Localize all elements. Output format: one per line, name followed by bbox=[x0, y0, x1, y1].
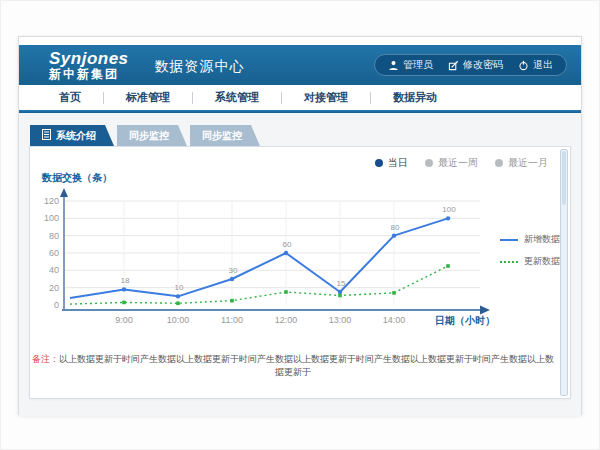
radio-last-week[interactable]: 最近一周 bbox=[425, 156, 478, 170]
svg-text:0: 0 bbox=[54, 300, 59, 310]
legend-item-new-data: 新增数据 bbox=[500, 233, 566, 246]
svg-text:80: 80 bbox=[49, 231, 59, 241]
radio-dot-icon bbox=[425, 159, 433, 167]
nav-separator bbox=[281, 92, 282, 104]
nav-item-interface-mgmt[interactable]: 对接管理 bbox=[298, 90, 354, 105]
footnote-text: 以上数据更新于时间产生数据以上数据更新于时间产生数据以上数据更新于时间产生数据以… bbox=[59, 354, 554, 377]
page-title: 数据资源中心 bbox=[155, 54, 245, 76]
current-user-label: 管理员 bbox=[403, 58, 433, 72]
svg-text:日期（小时）: 日期（小时） bbox=[435, 315, 495, 326]
nav-separator bbox=[103, 92, 104, 104]
change-password-label: 修改密码 bbox=[463, 58, 503, 72]
footnote-label: 备注： bbox=[32, 354, 59, 364]
tab-label: 同步监控 bbox=[129, 129, 169, 143]
nav-item-standard-mgmt[interactable]: 标准管理 bbox=[120, 90, 176, 105]
legend-item-update-data: 更新数据 bbox=[500, 255, 566, 268]
brand-logo-cn: 新中新集团 bbox=[49, 68, 129, 81]
tab-system-intro[interactable]: 系统介绍 bbox=[30, 125, 114, 146]
content-panel: 当日 最近一周 最近一月 数据交换（条） 0204060801001209:00… bbox=[29, 146, 571, 399]
screenshot-stage: Synjones 新中新集团 数据资源中心 管理员 修改密码 bbox=[0, 0, 600, 450]
app-window: Synjones 新中新集团 数据资源中心 管理员 修改密码 bbox=[18, 36, 582, 415]
legend-line-dotted-icon bbox=[500, 261, 518, 263]
legend-label: 新增数据 bbox=[524, 233, 560, 246]
svg-text:30: 30 bbox=[229, 266, 238, 275]
svg-text:80: 80 bbox=[391, 223, 400, 232]
current-user-button[interactable]: 管理员 bbox=[388, 58, 433, 72]
tab-sync-monitor-2[interactable]: 同步监控 bbox=[190, 125, 260, 146]
svg-text:120: 120 bbox=[44, 196, 59, 206]
main-nav: 首页 标准管理 系统管理 对接管理 数据异动 bbox=[19, 85, 581, 110]
document-icon bbox=[42, 129, 51, 142]
logout-label: 退出 bbox=[533, 58, 553, 72]
brand-logo: Synjones 新中新集团 bbox=[49, 50, 129, 80]
svg-text:60: 60 bbox=[283, 240, 292, 249]
nav-separator bbox=[192, 92, 193, 104]
radio-last-month[interactable]: 最近一月 bbox=[495, 156, 548, 170]
radio-label: 当日 bbox=[388, 156, 408, 170]
power-icon bbox=[518, 60, 529, 71]
radio-dot-icon bbox=[495, 159, 503, 167]
radio-today[interactable]: 当日 bbox=[375, 156, 408, 170]
tab-label: 系统介绍 bbox=[56, 129, 96, 143]
change-password-button[interactable]: 修改密码 bbox=[448, 58, 503, 72]
legend-label: 更新数据 bbox=[524, 255, 560, 268]
nav-item-home[interactable]: 首页 bbox=[53, 90, 87, 105]
line-chart: 0204060801001209:0010:0011:0012:0013:001… bbox=[36, 187, 496, 339]
logout-button[interactable]: 退出 bbox=[518, 58, 553, 72]
tab-sync-monitor-1[interactable]: 同步监控 bbox=[117, 125, 187, 146]
panel-scrollbar[interactable] bbox=[560, 149, 568, 396]
content-area: 系统介绍 同步监控 同步监控 当日 最近一周 bbox=[19, 113, 581, 416]
radio-dot-selected-icon bbox=[375, 159, 383, 167]
user-toolbar: 管理员 修改密码 退出 bbox=[374, 54, 567, 76]
edit-icon bbox=[448, 60, 459, 71]
svg-text:18: 18 bbox=[121, 276, 130, 285]
scrollbar-thumb[interactable] bbox=[562, 151, 566, 205]
svg-text:15: 15 bbox=[337, 279, 346, 288]
svg-text:13:00: 13:00 bbox=[329, 315, 352, 325]
svg-text:60: 60 bbox=[49, 248, 59, 258]
footnote: 备注：以上数据更新于时间产生数据以上数据更新于时间产生数据以上数据更新于时间产生… bbox=[30, 353, 556, 379]
radio-label: 最近一月 bbox=[508, 156, 548, 170]
svg-text:10: 10 bbox=[175, 283, 184, 292]
tab-bar: 系统介绍 同步监控 同步监控 bbox=[29, 125, 571, 146]
user-icon bbox=[388, 60, 399, 71]
legend-line-solid-icon bbox=[500, 239, 518, 241]
brand-logo-en: Synjones bbox=[49, 50, 129, 68]
nav-separator bbox=[370, 92, 371, 104]
range-filter: 当日 最近一周 最近一月 bbox=[375, 156, 548, 170]
svg-text:10:00: 10:00 bbox=[167, 315, 190, 325]
svg-text:12:00: 12:00 bbox=[275, 315, 298, 325]
svg-text:100: 100 bbox=[442, 205, 456, 214]
line-chart-svg: 0204060801001209:0010:0011:0012:0013:001… bbox=[36, 187, 496, 339]
radio-label: 最近一周 bbox=[438, 156, 478, 170]
window-top-strip bbox=[19, 37, 581, 45]
svg-text:9:00: 9:00 bbox=[115, 315, 133, 325]
tab-label: 同步监控 bbox=[202, 129, 242, 143]
svg-text:20: 20 bbox=[49, 283, 59, 293]
chart-y-axis-title: 数据交换（条） bbox=[42, 171, 112, 185]
nav-item-data-change[interactable]: 数据异动 bbox=[387, 90, 443, 105]
svg-text:40: 40 bbox=[49, 265, 59, 275]
nav-item-system-mgmt[interactable]: 系统管理 bbox=[209, 90, 265, 105]
svg-text:14:00: 14:00 bbox=[383, 315, 406, 325]
chart-legend: 新增数据 更新数据 bbox=[500, 233, 566, 277]
app-header: Synjones 新中新集团 数据资源中心 管理员 修改密码 bbox=[19, 45, 581, 85]
svg-text:100: 100 bbox=[44, 213, 59, 223]
svg-text:11:00: 11:00 bbox=[221, 315, 243, 325]
